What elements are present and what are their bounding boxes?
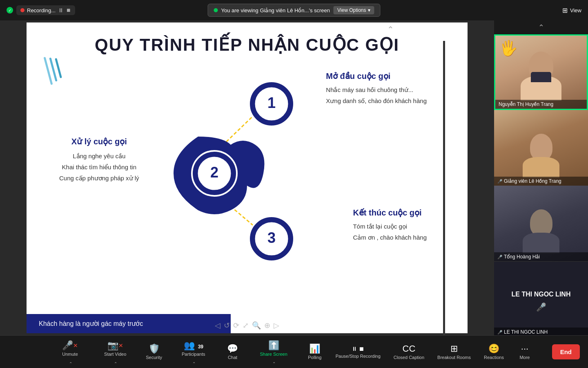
resize-handle[interactable]	[443, 41, 445, 356]
chat-icon: 💬	[227, 344, 238, 353]
recording-label: Recording...	[27, 7, 56, 13]
slide-nav-1[interactable]: ↺	[224, 321, 230, 330]
slide-controls: ◁ ↺ ⟳ ⤢ 🔍 ⊕ ▷	[215, 321, 279, 330]
end-button[interactable]: End	[552, 344, 580, 359]
stop-icon: ⏹	[359, 346, 364, 352]
step1-line1: Nhắc máy sau hồi chuông thứ...	[326, 84, 427, 95]
recording-pause-btn[interactable]: ⏸	[58, 7, 64, 13]
participants-btn-group: 👥 39 Participants ⌃	[169, 334, 218, 368]
participant-3-name: 🎤 Tổng Hoàng Hải	[494, 252, 588, 261]
security-icon: 🛡️	[149, 344, 160, 353]
polling-icon: 📊	[309, 344, 320, 353]
step2-line1: Lắng nghe yêu cầu	[59, 150, 139, 162]
start-video-btn-group: 📷✕ Start Video ⌃	[91, 334, 139, 368]
step3-heading: Kết thúc cuộc gọi	[353, 208, 427, 218]
slide-content: QUY TRÌNH TIẾP NHẬN CUỘC GỌI	[27, 22, 468, 333]
step2-line3: Cung cấp phương pháp xử lý	[59, 173, 139, 184]
svg-text:1: 1	[267, 94, 276, 111]
pause-stop-label: Pause/Stop Recording	[336, 354, 381, 359]
step3-text: Kết thúc cuộc gọi Tóm tắt lại cuộc gọi C…	[353, 208, 427, 243]
unmute-button[interactable]: 🎤✕ Unmute	[56, 338, 85, 360]
step1-line2: Xưng danh số, chào đón khách hàng	[326, 95, 427, 106]
polling-label: Polling	[308, 355, 321, 360]
breakout-rooms-icon: ⊞	[450, 344, 458, 353]
reactions-label: Reactions	[484, 355, 504, 360]
chat-button[interactable]: 💬 Chat	[218, 341, 247, 363]
process-diagram: 1 2 3 Mở đầu cuộc gọi Nhắc máy sau hồi	[43, 63, 451, 276]
slide-nav-2[interactable]: ⟳	[233, 321, 239, 330]
share-screen-icon: ⬆️	[268, 341, 279, 350]
step2-heading: Xử lý cuộc gọi	[59, 137, 139, 146]
participants-button[interactable]: 👥 39 Participants	[175, 338, 212, 360]
slide-bottom-banner: Khách hàng là người gác máy trước	[27, 314, 231, 333]
step2-text: Xử lý cuộc gọi Lắng nghe yêu cầu Khai th…	[59, 137, 139, 184]
step3-line2: Cảm ơn , chào khách hàng	[353, 232, 427, 243]
view-grid-icon: ⊞	[562, 7, 568, 14]
closed-caption-button[interactable]: CC Closed Caption	[387, 341, 431, 363]
unmute-btn-group: 🎤✕ Unmute ⌃	[49, 334, 91, 368]
reactions-icon: 😊	[488, 344, 499, 353]
view-label: View	[570, 7, 581, 13]
mic-icon-4: 🎤	[497, 330, 502, 334]
reactions-button[interactable]: 😊 Reactions	[477, 341, 510, 363]
bottom-toolbar: 🎤✕ Unmute ⌃ 📷✕ Start Video ⌃ 🛡️ Security…	[0, 335, 588, 368]
top-bar: Recording... ⏸ ⏹ You are viewing Giảng v…	[0, 0, 588, 20]
mic-muted-icon-3: 🎤	[497, 255, 502, 259]
more-icon: ···	[521, 344, 528, 353]
panel-chevron-up[interactable]: ⌃	[387, 25, 394, 34]
step1-text: Mở đầu cuộc gọi Nhắc máy sau hồi chuông …	[326, 71, 427, 106]
step2-line2: Khai thác tìm hiểu thông tin	[59, 162, 139, 173]
mic-muted-icon-4: 🎤	[536, 302, 546, 312]
prev-slide-btn[interactable]: ◁	[215, 321, 220, 330]
participants-chevron[interactable]: ⌃	[192, 361, 196, 366]
recording-indicator: Recording... ⏸ ⏹	[16, 5, 75, 15]
slide-nav-5[interactable]: ⊕	[264, 321, 270, 330]
participants-label: Participants	[182, 352, 205, 357]
slide-container: QUY TRÌNH TIẾP NHẬN CUỘC GỌI	[27, 22, 468, 333]
bottom-banner-text: Khách hàng là người gác máy trước	[39, 320, 143, 327]
share-screen-button[interactable]: ⬆️ Share Screen	[254, 338, 294, 360]
participant-1-name: Nguyễn Thị Huyền Trang	[495, 100, 587, 109]
banner-dot	[214, 8, 218, 12]
green-status-dot	[7, 7, 13, 13]
rec-controls: ⏸ ⏹	[352, 346, 364, 352]
breakout-rooms-label: Breakout Rooms	[437, 355, 471, 360]
view-options-chevron: ▾	[368, 7, 370, 13]
unmute-label: Unmute	[62, 352, 78, 357]
share-screen-btn-group: ⬆️ Share Screen ⌃	[247, 334, 301, 368]
viewing-banner: You are viewing Giảng viên Lê Hồn...'s s…	[207, 4, 380, 17]
video-tile-1: 🖐️ Nguyễn Thị Huyền Trang	[494, 34, 588, 110]
panel-scroll-up[interactable]: ⌃	[494, 20, 588, 34]
more-label: More	[519, 355, 530, 360]
view-options-button[interactable]: View Options ▾	[333, 6, 374, 14]
step1-heading: Mở đầu cuộc gọi	[326, 71, 427, 81]
share-screen-chevron[interactable]: ⌃	[272, 361, 276, 366]
slide-nav-4[interactable]: 🔍	[252, 321, 261, 330]
participant-4-name-large: LE THI NGOC LINH	[508, 287, 575, 302]
unmute-icon: 🎤✕	[62, 341, 78, 350]
slide-nav-3[interactable]: ⤢	[243, 321, 249, 330]
recording-stop-btn[interactable]: ⏹	[66, 7, 71, 13]
slide-title: QUY TRÌNH TIẾP NHẬN CUỘC GỌI	[43, 35, 451, 55]
closed-caption-icon: CC	[403, 344, 416, 353]
pause-stop-recording-button[interactable]: ⏸ ⏹ Pause/Stop Recording	[329, 342, 387, 362]
step3-line1: Tóm tắt lại cuộc gọi	[353, 221, 427, 232]
recording-area: Recording... ⏸ ⏹	[7, 5, 75, 15]
more-button[interactable]: ··· More	[510, 341, 539, 363]
video-chevron[interactable]: ⌃	[114, 361, 117, 366]
svg-text:2: 2	[210, 164, 218, 181]
start-video-button[interactable]: 📷✕ Start Video	[98, 338, 133, 360]
next-slide-btn[interactable]: ▷	[274, 321, 279, 330]
polling-button[interactable]: 📊 Polling	[301, 341, 329, 363]
closed-caption-label: Closed Caption	[394, 355, 424, 360]
security-button[interactable]: 🛡️ Security	[139, 341, 169, 363]
participant-2-name: 🎤 Giảng viên Lê Hồng Trang	[494, 177, 588, 186]
start-video-icon: 📷✕	[107, 341, 123, 350]
unmute-chevron[interactable]: ⌃	[69, 361, 72, 366]
video-tile-3: 🎤 Tổng Hoàng Hải	[494, 186, 588, 261]
view-toggle[interactable]: ⊞ View	[562, 7, 581, 14]
breakout-rooms-button[interactable]: ⊞ Breakout Rooms	[431, 341, 477, 363]
main-content: ⌃ QUY TRÌNH TIẾP NHẬN CUỘC GỌI	[0, 20, 588, 335]
hand-raise-emoji: 🖐️	[499, 40, 518, 57]
share-screen-label: Share Screen	[260, 352, 287, 357]
